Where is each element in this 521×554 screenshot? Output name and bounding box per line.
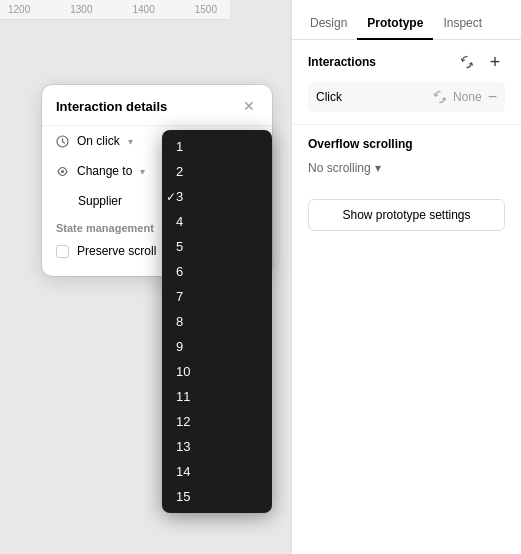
dropdown-item-label: 7 [176, 289, 183, 304]
popup-title: Interaction details [56, 99, 167, 114]
dropdown-item-label: 14 [176, 464, 190, 479]
dropdown-item-12[interactable]: 12 [162, 409, 272, 434]
dropdown-item-15[interactable]: 15 [162, 484, 272, 509]
dropdown-item-13[interactable]: 13 [162, 434, 272, 459]
dropdown-item-3[interactable]: ✓ 3 [162, 184, 272, 209]
popup-close-button[interactable]: ✕ [240, 97, 258, 115]
action-icon [56, 165, 69, 178]
dropdown-item-6[interactable]: 6 [162, 259, 272, 284]
dropdown-item-label: 13 [176, 439, 190, 454]
interaction-remove-icon[interactable]: − [488, 88, 497, 106]
interactions-title: Interactions [308, 55, 376, 69]
interaction-action: None [453, 90, 482, 104]
dropdown-item-1[interactable]: 1 [162, 134, 272, 159]
tab-inspect[interactable]: Inspect [433, 8, 492, 40]
dropdown-item-4[interactable]: 4 [162, 209, 272, 234]
dropdown-item-14[interactable]: 14 [162, 459, 272, 484]
dropdown-item-label: 4 [176, 214, 183, 229]
overflow-value: No scrolling [308, 161, 371, 175]
dropdown-item-9[interactable]: 9 [162, 334, 272, 359]
dropdown-item-label: 11 [176, 389, 190, 404]
overflow-dropdown[interactable]: No scrolling ▾ [308, 161, 505, 175]
action-chevron-icon: ▾ [140, 166, 145, 177]
dropdown-item-label: 10 [176, 364, 190, 379]
interaction-row[interactable]: Click None − [308, 82, 505, 112]
chevron-down-icon: ▾ [375, 161, 381, 175]
dropdown-item-label: 1 [176, 139, 183, 154]
dropdown-item-11[interactable]: 11 [162, 384, 272, 409]
dropdown-item-label: 6 [176, 264, 183, 279]
preserve-scroll-checkbox[interactable] [56, 245, 69, 258]
interaction-sync-icon [433, 90, 447, 104]
dropdown-check-icon: ✓ [166, 190, 176, 204]
ruler-mark: 1300 [70, 4, 92, 15]
overflow-title: Overflow scrolling [308, 137, 505, 151]
ruler-mark: 1400 [133, 4, 155, 15]
ruler-mark: 1500 [195, 4, 217, 15]
interactions-add-icon[interactable]: + [485, 52, 505, 72]
popup-destination-label: Supplier [78, 194, 122, 208]
dropdown-item-label: 2 [176, 164, 183, 179]
dropdown-item-2[interactable]: 2 [162, 159, 272, 184]
dropdown-item-label: 8 [176, 314, 183, 329]
dropdown-item-7[interactable]: 7 [162, 284, 272, 309]
dropdown-item-8[interactable]: 8 [162, 309, 272, 334]
number-dropdown-menu: 1 2 ✓ 3 4 5 6 7 8 9 10 11 12 13 14 15 [162, 130, 272, 513]
panel-tabs: Design Prototype Inspect [292, 0, 521, 40]
interaction-trigger: Click [316, 90, 427, 104]
ruler-mark: 1200 [8, 4, 30, 15]
svg-point-1 [61, 170, 64, 173]
trigger-chevron-icon: ▾ [128, 136, 133, 147]
dropdown-item-5[interactable]: 5 [162, 234, 272, 259]
dropdown-item-label: 3 [176, 189, 183, 204]
tab-prototype[interactable]: Prototype [357, 8, 433, 40]
dropdown-item-label: 5 [176, 239, 183, 254]
preserve-scroll-label: Preserve scroll [77, 244, 156, 258]
interactions-refresh-icon[interactable] [457, 52, 477, 72]
dropdown-item-10[interactable]: 10 [162, 359, 272, 384]
dropdown-item-label: 15 [176, 489, 190, 504]
dropdown-item-label: 9 [176, 339, 183, 354]
interactions-section: Interactions + Click [292, 40, 521, 125]
popup-trigger-label: On click [77, 134, 120, 148]
popup-action-label: Change to [77, 164, 132, 178]
overflow-section: Overflow scrolling No scrolling ▾ [292, 125, 521, 187]
ruler: 1200 1300 1400 1500 1600 1700 [0, 0, 230, 20]
popup-header: Interaction details ✕ [42, 97, 272, 126]
interactions-icons: + [457, 52, 505, 72]
dropdown-item-label: 12 [176, 414, 190, 429]
tab-design[interactable]: Design [300, 8, 357, 40]
right-panel: Design Prototype Inspect Interactions + … [291, 0, 521, 554]
show-prototype-settings-button[interactable]: Show prototype settings [308, 199, 505, 231]
clock-icon [56, 135, 69, 148]
interactions-header: Interactions + [308, 52, 505, 72]
